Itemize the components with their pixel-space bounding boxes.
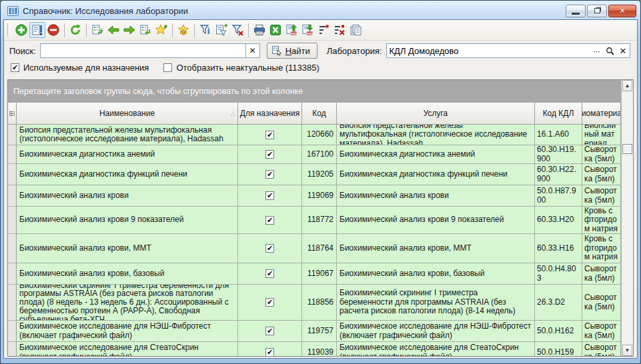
laboratory-input[interactable]	[387, 46, 590, 56]
restore-button[interactable]	[587, 5, 607, 17]
edit-button[interactable]	[29, 22, 45, 38]
cell-name[interactable]: Биохимический анализ крови 9 показателей	[17, 207, 238, 234]
cell-assigned[interactable]: ✔	[238, 164, 302, 185]
row-checkbox[interactable]: ✔	[265, 191, 274, 200]
card-jump-forward-button[interactable]	[137, 22, 153, 38]
row-indicator[interactable]	[8, 164, 17, 185]
row-checkbox[interactable]: ✔	[265, 150, 274, 159]
cell-service[interactable]: Биохимический анализ крови, базовый	[337, 263, 535, 285]
delete-button[interactable]	[45, 22, 61, 38]
row-checkbox[interactable]: ✔	[265, 216, 274, 225]
cell-biomaterial[interactable]: Кровь с фторидом натрия	[582, 234, 621, 263]
copy-button[interactable]	[348, 22, 364, 38]
cell-name[interactable]: Биохимический анализ крови, ММТ	[17, 234, 238, 263]
row-checkbox[interactable]: ✔	[265, 131, 274, 139]
cell-assigned[interactable]: ✔	[238, 321, 302, 342]
cell-kdl-code[interactable]: 16.1.A60	[535, 125, 582, 145]
cell-biomaterial[interactable]: Сыворотка (5мл)	[582, 185, 621, 207]
table-row[interactable]: Биохимический анализ крови, ММТ ✔ 118764…	[8, 234, 621, 263]
column-header-name[interactable]: Наименование△	[17, 103, 238, 125]
cell-biomaterial[interactable]: Сыворотка (5мл)	[582, 321, 621, 342]
row-indicator[interactable]	[8, 342, 17, 356]
cell-code[interactable]: 167100	[302, 145, 337, 164]
column-header-kdl-code[interactable]: Код КДЛ	[535, 103, 582, 125]
column-header-biomaterial[interactable]: Биоматериал	[582, 103, 621, 125]
row-checkbox[interactable]: ✔	[265, 244, 274, 253]
column-header-assigned[interactable]: Для назначения	[238, 103, 302, 125]
cell-code[interactable]: 119205	[302, 164, 337, 185]
row-indicator[interactable]	[8, 207, 17, 234]
show-inactive-checkbox[interactable]	[163, 63, 172, 72]
add-button[interactable]	[13, 22, 29, 38]
cell-name[interactable]: Биохимическая диагностика анемий	[17, 145, 238, 164]
cell-service[interactable]: Биохимический скрининг I триместра берем…	[337, 285, 535, 321]
cell-kdl-code[interactable]: 26.3.D2	[535, 285, 582, 321]
cell-kdl-code[interactable]: 60.33.H16	[535, 234, 582, 263]
used-for-assignment-option[interactable]: ✔ Используемые для назначения	[11, 63, 149, 73]
cell-biomaterial[interactable]: Кровь с фторидом натрия	[582, 207, 621, 234]
prev-button[interactable]	[105, 22, 121, 38]
cell-service[interactable]: Биопсия предстательной железы мультифока…	[337, 125, 535, 145]
filter-clear-button[interactable]	[229, 22, 245, 38]
cell-kdl-code[interactable]: 50.0.H159	[535, 342, 582, 356]
next-button[interactable]	[121, 22, 137, 38]
cell-code[interactable]: 119039	[302, 342, 337, 356]
filter-button[interactable]	[197, 22, 213, 38]
cell-kdl-code[interactable]: 50.0.H4.803	[535, 263, 582, 285]
scroll-down-button[interactable]: ▼	[622, 345, 632, 356]
cell-biomaterial[interactable]: Сыворотка (5мл)	[582, 263, 621, 285]
cell-kdl-code[interactable]: 60.30.H22.900	[535, 164, 582, 185]
row-checkbox[interactable]: ✔	[265, 298, 274, 307]
cell-service[interactable]: Биохимический анализ крови	[337, 185, 535, 207]
row-indicator[interactable]	[8, 285, 17, 321]
cell-service[interactable]: Биохимическое исследование для НЭШ-Фибро…	[337, 321, 535, 342]
cell-kdl-code[interactable]: 50.0.H162	[535, 321, 582, 342]
table-row[interactable]: Биохимический анализ крови 9 показателей…	[8, 207, 621, 234]
row-indicator[interactable]	[8, 185, 17, 207]
cell-name[interactable]: Биохимическое исследование для СтеатоСкр…	[17, 342, 238, 356]
cell-name[interactable]: Биохимический анализ крови, базовый	[17, 263, 238, 285]
cell-biomaterial[interactable]: Сыворотка (5мл)	[582, 164, 621, 185]
cell-name[interactable]: Биохимический скрининг I триместра берем…	[17, 285, 238, 321]
cell-code[interactable]: 118856	[302, 285, 337, 321]
find-button[interactable]: Найти	[267, 43, 317, 59]
cell-assigned[interactable]: ✔	[238, 263, 302, 285]
cell-biomaterial[interactable]: Сыворотка (5мл)	[582, 342, 621, 356]
cell-code[interactable]: 119757	[302, 321, 337, 342]
vertical-scrollbar[interactable]: ▲ ▼	[621, 80, 633, 356]
favorite-add-button[interactable]	[153, 22, 169, 38]
row-checkbox[interactable]: ✔	[265, 170, 274, 179]
cell-biomaterial[interactable]: Сыворотка (5мл)	[582, 285, 621, 321]
scrollbar-thumb[interactable]	[622, 144, 632, 154]
cell-assigned[interactable]: ✔	[238, 285, 302, 321]
row-indicator[interactable]	[8, 145, 17, 164]
sort-button[interactable]	[315, 22, 332, 38]
table-row[interactable]: Биохимический анализ крови, базовый ✔ 11…	[8, 263, 621, 285]
cell-biomaterial[interactable]: Биопсийный материал	[582, 125, 621, 145]
export-excel-button[interactable]	[267, 22, 283, 38]
cell-kdl-code[interactable]: 60.33.H20	[535, 207, 582, 234]
cell-code[interactable]: 118772	[302, 207, 337, 234]
row-checkbox[interactable]: ✔	[265, 348, 274, 356]
refresh-button[interactable]	[67, 22, 83, 38]
ellipsis-button[interactable]: ···	[590, 44, 603, 57]
cell-code[interactable]: 119069	[302, 185, 337, 207]
row-indicator[interactable]	[8, 234, 17, 263]
close-button[interactable]: ✕	[608, 5, 636, 17]
table-row[interactable]: Биохимическое исследование для СтеатоСкр…	[8, 342, 621, 356]
cell-service[interactable]: Биохимическая диагностика анемий	[337, 145, 535, 164]
cell-assigned[interactable]: ✔	[238, 125, 302, 145]
cell-service[interactable]: Биохимическая диагностика функций печени	[337, 164, 535, 185]
column-header-code[interactable]: Код	[302, 103, 337, 125]
cell-assigned[interactable]: ✔	[238, 234, 302, 263]
cell-name[interactable]: Биохимическая диагностика функций печени	[17, 164, 238, 185]
print-button[interactable]	[251, 22, 267, 38]
cell-assigned[interactable]: ✔	[238, 145, 302, 164]
cell-assigned[interactable]: ✔	[238, 207, 302, 234]
cell-name[interactable]: Биопсия предстательной железы мультифока…	[17, 125, 238, 145]
table-row[interactable]: Биопсия предстательной железы мультифока…	[8, 125, 621, 145]
export-xml-button[interactable]: XML	[283, 22, 299, 38]
used-for-assignment-checkbox[interactable]: ✔	[11, 63, 19, 72]
table-row[interactable]: Биохимический анализ крови ✔ 119069 Биох…	[8, 185, 621, 207]
table-row[interactable]: Биохимическое исследование для НЭШ-Фибро…	[8, 321, 621, 342]
